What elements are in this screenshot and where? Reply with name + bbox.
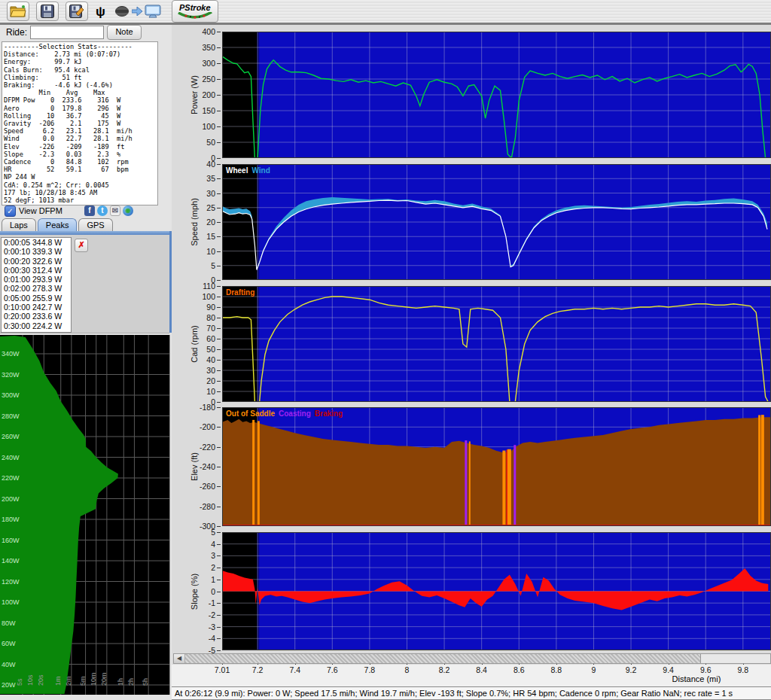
ride-name-input[interactable] bbox=[30, 26, 104, 39]
download-from-device-button[interactable] bbox=[114, 5, 161, 18]
pd-ytick-label: 140W bbox=[2, 557, 20, 565]
ytick-label-elevation: -260 bbox=[172, 482, 215, 491]
scrollbar-left-arrow[interactable]: ◀ bbox=[174, 654, 185, 663]
pd-ytick-label: 120W bbox=[2, 578, 20, 586]
arrow-right-icon bbox=[132, 7, 142, 16]
ytick-label-speed: 40 bbox=[172, 160, 215, 169]
pd-ytick-label: 80W bbox=[2, 619, 16, 627]
note-button[interactable]: Note bbox=[107, 25, 142, 40]
ytick-label-cadence: 90 bbox=[172, 303, 215, 312]
pd-ytick-label: 60W bbox=[2, 640, 16, 647]
tab-peaks[interactable]: Peaks bbox=[38, 218, 78, 232]
tab-bar: LapsPeaksGPS bbox=[2, 218, 114, 231]
legend-item-drafting: Drafting bbox=[226, 288, 254, 297]
xtick-label: 7.4 bbox=[279, 665, 312, 674]
ytick-label-speed: 10 bbox=[172, 247, 215, 256]
power-duration-chart[interactable]: 340W320W300W280W260W240W220W200W180W160W… bbox=[0, 335, 170, 695]
ytick-mark bbox=[217, 580, 221, 580]
ytick-mark bbox=[217, 381, 221, 382]
xtick-label: 9.8 bbox=[727, 665, 760, 674]
axis-title-power: Power (W) bbox=[190, 75, 199, 114]
peak-row[interactable]: 0:05:00 255.9 W bbox=[2, 294, 71, 303]
peak-row[interactable]: 0:20:00 233.6 W bbox=[2, 312, 71, 321]
peak-row[interactable]: 0:10:00 242.7 W bbox=[2, 303, 71, 312]
toolbar: ψ PStroke bbox=[0, 0, 771, 23]
ytick-mark bbox=[217, 266, 221, 266]
ytick-mark bbox=[217, 178, 221, 179]
save-button[interactable] bbox=[36, 2, 59, 21]
pstroke-logo-label: PStroke bbox=[179, 4, 211, 12]
open-button[interactable] bbox=[7, 2, 29, 21]
dfpm-row: ✓ View DFPM f t ✉ ◉ bbox=[0, 205, 171, 218]
monitor-icon bbox=[145, 5, 161, 18]
ytick-label-power: 350 bbox=[172, 43, 215, 52]
ytick-label-slope: -3 bbox=[172, 622, 215, 632]
chart-panel-slope[interactable] bbox=[222, 532, 771, 650]
peak-row[interactable]: 0:00:10 339.3 W bbox=[2, 247, 71, 256]
pd-xtick-label: 10s bbox=[26, 674, 34, 686]
ytick-mark bbox=[217, 650, 221, 651]
ytick-label-power: 100 bbox=[172, 122, 215, 131]
ytick-label-cadence: 100 bbox=[172, 292, 215, 301]
usb-icon[interactable]: ψ bbox=[96, 5, 105, 18]
chart-panel-elevation[interactable] bbox=[222, 407, 771, 526]
pd-ytick-label: 340W bbox=[2, 350, 20, 358]
pd-ytick-label: 100W bbox=[2, 598, 20, 606]
ytick-label-elevation: -280 bbox=[172, 502, 215, 511]
ytick-mark bbox=[217, 158, 221, 159]
chart-scrollbar[interactable]: ◀ bbox=[173, 653, 771, 664]
pd-ytick-label: 220W bbox=[2, 474, 20, 482]
ytick-label-elevation: -200 bbox=[172, 422, 215, 431]
legend-item-wheel: Wheel bbox=[226, 166, 248, 175]
view-dfpm-label: View DFPM bbox=[19, 206, 62, 215]
ytick-mark bbox=[217, 280, 221, 281]
pd-xtick-label: 1m bbox=[54, 676, 62, 686]
pd-ytick-label: 320W bbox=[2, 371, 20, 379]
ytick-mark bbox=[217, 507, 221, 507]
email-icon[interactable]: ✉ bbox=[110, 205, 120, 216]
pd-ytick-label: 160W bbox=[2, 537, 20, 544]
axis-title-cadence: Cad (rpm) bbox=[190, 325, 199, 363]
ytick-label-power: 300 bbox=[172, 59, 215, 68]
axis-title-speed: Speed (mph) bbox=[190, 198, 199, 246]
pd-xtick-label: 5h bbox=[142, 678, 149, 686]
chart-panel-cadence[interactable] bbox=[222, 286, 771, 402]
peak-row[interactable]: 0:00:05 344.8 W bbox=[2, 238, 71, 247]
peak-row[interactable]: 0:00:30 312.4 W bbox=[2, 266, 71, 275]
status-bar: At 0:26:12 (9.9 mi): Power: 0 W; Speed 1… bbox=[172, 686, 771, 700]
twitter-icon[interactable]: t bbox=[97, 205, 108, 216]
tab-gps[interactable]: GPS bbox=[78, 218, 112, 232]
legend-item-out-of-saddle: Out of Saddle bbox=[226, 409, 275, 418]
pstroke-logo-button[interactable]: PStroke bbox=[172, 0, 218, 23]
scrollbar-thumb[interactable] bbox=[185, 654, 701, 663]
chart-panel-power[interactable] bbox=[222, 32, 771, 158]
peaks-panel: 0:00:05 344.8 W0:00:10 339.3 W0:00:20 32… bbox=[0, 235, 169, 333]
tab-laps[interactable]: Laps bbox=[2, 218, 36, 232]
pd-ytick-label: 20W bbox=[2, 681, 16, 689]
ytick-mark bbox=[217, 427, 221, 428]
peak-row[interactable]: 0:02:00 278.3 W bbox=[2, 284, 71, 293]
peak-row[interactable]: 0:01:00 293.9 W bbox=[2, 275, 71, 284]
view-dfpm-checkbox[interactable]: ✓ bbox=[5, 205, 16, 217]
peak-row[interactable]: 0:30:00 224.2 W bbox=[2, 321, 71, 330]
xtick-label: 8.2 bbox=[428, 665, 461, 674]
chart-panel-speed[interactable] bbox=[222, 164, 771, 280]
pd-xtick-label: 5m bbox=[79, 676, 87, 686]
ytick-mark bbox=[217, 79, 221, 80]
legend-cadence: Drafting bbox=[226, 288, 258, 297]
save-as-button[interactable] bbox=[66, 2, 88, 21]
legend-item-coasting: Coasting bbox=[279, 409, 311, 418]
pd-xtick-label: 10m bbox=[90, 672, 97, 686]
xtick-label: 8.8 bbox=[540, 665, 573, 674]
legend-item-wind: Wind bbox=[251, 166, 270, 175]
google-earth-icon[interactable]: ◉ bbox=[123, 205, 133, 216]
pd-xtick-label: 1h bbox=[117, 678, 124, 686]
delete-peak-button[interactable]: ✗ bbox=[75, 239, 88, 252]
peak-row[interactable]: 0:00:20 322.6 W bbox=[2, 257, 71, 266]
xtick-label: 7.2 bbox=[241, 665, 274, 674]
facebook-icon[interactable]: f bbox=[84, 205, 95, 216]
legend-elevation: Out of SaddleCoastingBraking bbox=[226, 409, 346, 418]
selection-stats-box: ---------Selection Stats--------- Distan… bbox=[2, 41, 158, 205]
ytick-mark bbox=[217, 222, 221, 223]
ytick-label-slope: 3 bbox=[172, 551, 215, 560]
